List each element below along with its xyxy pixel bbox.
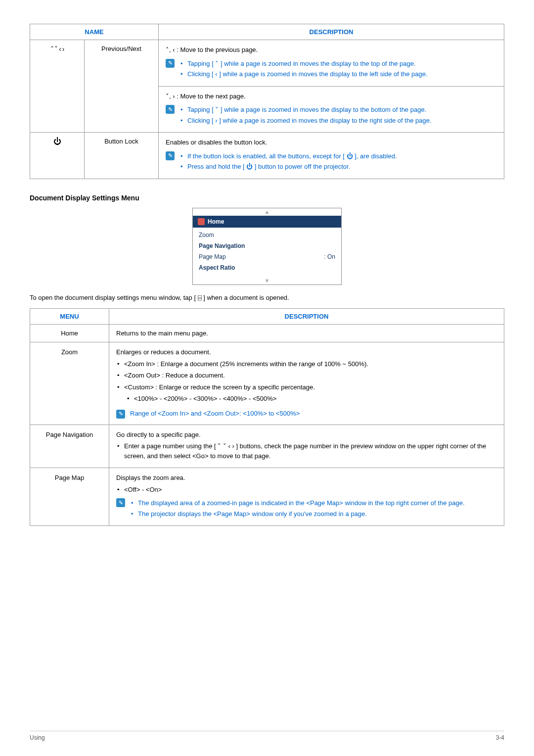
menu-pagenav: Page Navigation: [30, 425, 109, 468]
triangle-down-icon: ▼: [193, 277, 341, 284]
zoom-intro: Enlarges or reduces a document.: [116, 347, 497, 357]
name-description-table: NAME DESCRIPTION ˄ ˅ ‹ › Previous/Next ˄…: [30, 24, 504, 179]
pagemap-note-1: The displayed area of a zoomed-in page i…: [130, 498, 465, 508]
row-name-prevnext: Previous/Next: [85, 40, 159, 133]
pagemap-note-list: The displayed area of a zoomed-in page i…: [130, 497, 465, 520]
zoom-sublist: <100%> - <200%> - <300%> - <400%> - <500…: [126, 394, 497, 404]
note-icon: ✎: [166, 151, 175, 160]
prev-note-2: Clicking [ ‹ ] while a page is zoomed in…: [179, 69, 428, 79]
buttonlock-note-2: Press and hold the [ ⏻ ] button to power…: [179, 162, 397, 172]
note-icon: ✎: [166, 59, 175, 68]
zoom-list: <Zoom In> : Enlarge a document (25% incr…: [116, 359, 497, 392]
col-header-description: DESCRIPTION: [159, 24, 504, 40]
zoom-sub: <100%> - <200%> - <300%> - <400%> - <500…: [126, 394, 497, 404]
nav-arrows-icon: ˄ ˅ ‹ ›: [30, 40, 85, 133]
page-footer: Using 3-4: [30, 731, 504, 741]
power-icon: ⏻: [30, 133, 85, 179]
screenshot-home-label: Home: [208, 218, 224, 225]
screenshot-zoom: Zoom: [199, 230, 335, 240]
zoom-item-2: <Zoom Out> : Reduce a document.: [116, 371, 497, 380]
zoom-note: Range of <Zoom In> and <Zoom Out>: <100%…: [130, 409, 300, 419]
footer-left: Using: [30, 734, 45, 741]
triangle-up-icon: ▲: [193, 208, 341, 216]
buttonlock-intro: Enables or disables the button lock.: [166, 138, 497, 147]
prev-note-list: Tapping [ ˄ ] while a page is zoomed in …: [179, 58, 428, 80]
zoom-item-1: <Zoom In> : Enlarge a document (25% incr…: [116, 359, 497, 369]
pagemap-item: <Off> - <On>: [116, 485, 497, 495]
prev-desc-cell: ˄, ‹ : Move to the previous page. ✎ Tapp…: [159, 40, 504, 87]
open-prompt: To open the document display settings me…: [30, 293, 504, 303]
menu-pagemap: Page Map: [30, 468, 109, 526]
pagenav-item: Enter a page number using the [ ˄ ˅ ‹ › …: [116, 441, 497, 461]
screenshot-aspect: Aspect Ratio: [199, 262, 335, 273]
next-note-list: Tapping [ ˅ ] while a page is zoomed in …: [179, 104, 432, 126]
pagemap-intro: Displays the zoom area.: [116, 473, 497, 483]
buttonlock-note-list: If the button lock is enabled, all the b…: [179, 150, 397, 173]
col-header-description2: DESCRIPTION: [109, 309, 504, 325]
note-icon: ✎: [166, 105, 175, 114]
section-title: Document Display Settings Menu: [30, 194, 504, 202]
screenshot-home-row: Home: [193, 216, 341, 228]
row-name-buttonlock: Button Lock: [85, 133, 159, 179]
buttonlock-note-1: If the button lock is enabled, all the b…: [179, 151, 397, 161]
note-icon: ✎: [116, 410, 125, 419]
prev-note-1: Tapping [ ˄ ] while a page is zoomed in …: [179, 59, 428, 69]
next-note-1: Tapping [ ˅ ] while a page is zoomed in …: [179, 105, 432, 115]
pagenav-intro: Go directly to a specific page.: [116, 430, 497, 440]
note-icon: ✎: [116, 498, 125, 507]
screenshot-pagenav: Page Navigation: [199, 240, 335, 251]
next-note-2: Clicking [ › ] while a page is zoomed in…: [179, 116, 432, 126]
col-header-name: NAME: [30, 24, 159, 40]
zoom-desc: Enlarges or reduces a document. <Zoom In…: [109, 342, 504, 425]
menu-screenshot: ▲ Home Zoom Page Navigation Page Map: On…: [192, 208, 342, 285]
buttonlock-desc-cell: Enables or disables the button lock. ✎ I…: [159, 133, 504, 179]
next-intro: ˅, › : Move to the next page.: [166, 92, 497, 101]
screenshot-pagemap: Page Map: On: [199, 251, 335, 262]
menu-description-table: MENU DESCRIPTION Home Returns to the mai…: [30, 308, 504, 526]
next-desc-cell: ˅, › : Move to the next page. ✎ Tapping …: [159, 86, 504, 133]
pagemap-note-2: The projector displays the <Page Map> wi…: [130, 509, 465, 519]
prev-intro: ˄, ‹ : Move to the previous page.: [166, 45, 497, 55]
pagemap-list: <Off> - <On>: [116, 485, 497, 495]
pagenav-desc: Go directly to a specific page. Enter a …: [109, 425, 504, 468]
menu-home: Home: [30, 325, 109, 342]
home-icon: [198, 218, 205, 225]
col-header-menu: MENU: [30, 309, 109, 325]
pagemap-desc: Displays the zoom area. <Off> - <On> ✎ T…: [109, 468, 504, 526]
home-desc: Returns to the main menu page.: [109, 325, 504, 342]
pagenav-list: Enter a page number using the [ ˄ ˅ ‹ › …: [116, 441, 497, 461]
zoom-item-3: <Custom> : Enlarge or reduce the screen …: [116, 382, 497, 392]
footer-right: 3-4: [496, 734, 504, 741]
menu-zoom: Zoom: [30, 342, 109, 425]
